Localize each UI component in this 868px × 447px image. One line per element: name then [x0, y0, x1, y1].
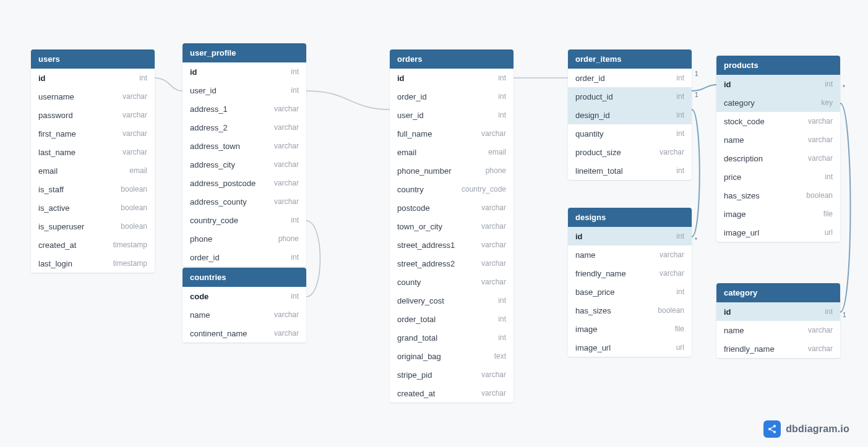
- table-row[interactable]: address_2varchar: [183, 118, 306, 137]
- table-order_items[interactable]: order_itemsorder_idintproduct_idintdesig…: [568, 49, 692, 180]
- field-type: varchar: [481, 203, 506, 212]
- table-row[interactable]: last_namevarchar: [31, 143, 155, 161]
- table-row[interactable]: passwordvarchar: [31, 106, 155, 124]
- field-type: key: [821, 98, 833, 107]
- table-row[interactable]: address_postcodevarchar: [183, 174, 306, 192]
- table-row[interactable]: friendly_namevarchar: [568, 264, 692, 283]
- table-row[interactable]: first_namevarchar: [31, 124, 155, 143]
- table-header[interactable]: user_profile: [183, 43, 306, 62]
- table-row[interactable]: categorykey: [716, 93, 840, 112]
- table-designs[interactable]: designsidintnamevarcharfriendly_namevarc…: [568, 208, 692, 357]
- table-row[interactable]: country_codeint: [183, 211, 306, 229]
- table-row[interactable]: has_sizesboolean: [716, 186, 840, 205]
- table-row[interactable]: descriptionvarchar: [716, 149, 840, 168]
- table-row[interactable]: idint: [716, 75, 840, 93]
- field-name: id: [724, 307, 731, 317]
- table-body: idintnamevarcharfriendly_namevarchar: [716, 302, 840, 358]
- table-row[interactable]: base_priceint: [568, 283, 692, 301]
- table-row[interactable]: usernamevarchar: [31, 87, 155, 106]
- table-row[interactable]: address_cityvarchar: [183, 155, 306, 174]
- diagram-canvas[interactable]: 1 1 * * 1 usersidintusernamevarcharpassw…: [0, 0, 868, 447]
- table-row[interactable]: namevarchar: [716, 321, 840, 339]
- table-row[interactable]: emailemail: [390, 143, 513, 161]
- table-row[interactable]: street_address2varchar: [390, 254, 513, 273]
- field-name: address_2: [190, 123, 228, 132]
- table-row[interactable]: idint: [568, 227, 692, 245]
- table-row[interactable]: countyvarchar: [390, 273, 513, 291]
- table-row[interactable]: namevarchar: [568, 245, 692, 264]
- table-countries[interactable]: countriescodeintnamevarcharcontinent_nam…: [183, 268, 306, 343]
- table-row[interactable]: full_namevarchar: [390, 124, 513, 143]
- table-row[interactable]: imagefile: [568, 320, 692, 338]
- table-row[interactable]: codeint: [183, 287, 306, 305]
- table-row[interactable]: friendly_namevarchar: [716, 339, 840, 358]
- table-row[interactable]: order_totalint: [390, 310, 513, 328]
- table-row[interactable]: imagefile: [716, 205, 840, 223]
- table-row[interactable]: order_idint: [568, 69, 692, 87]
- table-row[interactable]: design_idint: [568, 106, 692, 124]
- field-name: image: [724, 210, 746, 219]
- table-row[interactable]: image_urlurl: [716, 223, 840, 242]
- table-row[interactable]: has_sizesboolean: [568, 301, 692, 320]
- table-row[interactable]: town_or_cityvarchar: [390, 217, 513, 236]
- table-row[interactable]: created_attimestamp: [31, 236, 155, 254]
- table-row[interactable]: namevarchar: [716, 130, 840, 149]
- table-row[interactable]: address_countyvarchar: [183, 192, 306, 211]
- table-row[interactable]: phonephone: [183, 229, 306, 248]
- table-row[interactable]: quantityint: [568, 124, 692, 143]
- field-name: product_size: [575, 148, 621, 157]
- table-row[interactable]: lineitem_totalint: [568, 161, 692, 180]
- table-row[interactable]: original_bagtext: [390, 347, 513, 365]
- table-header[interactable]: products: [716, 56, 840, 75]
- table-header[interactable]: countries: [183, 268, 306, 287]
- table-category[interactable]: categoryidintnamevarcharfriendly_namevar…: [716, 283, 840, 358]
- table-row[interactable]: idint: [31, 69, 155, 87]
- table-row[interactable]: countrycountry_code: [390, 180, 513, 198]
- table-row[interactable]: order_idint: [390, 87, 513, 106]
- branding[interactable]: dbdiagram.io: [763, 420, 849, 438]
- table-header[interactable]: order_items: [568, 49, 692, 69]
- table-row[interactable]: is_superuserboolean: [31, 217, 155, 236]
- table-header[interactable]: designs: [568, 208, 692, 227]
- table-row[interactable]: user_idint: [390, 106, 513, 124]
- table-row[interactable]: phone_numberphone: [390, 161, 513, 180]
- table-row[interactable]: emailemail: [31, 161, 155, 180]
- field-name: image_url: [575, 343, 611, 352]
- field-name: order_id: [397, 92, 427, 101]
- table-row[interactable]: address_1varchar: [183, 100, 306, 118]
- table-row[interactable]: namevarchar: [183, 305, 306, 324]
- field-name: email: [397, 148, 416, 157]
- table-row[interactable]: idint: [390, 69, 513, 87]
- field-name: friendly_name: [575, 269, 626, 278]
- table-users[interactable]: usersidintusernamevarcharpasswordvarchar…: [31, 49, 155, 273]
- table-header[interactable]: users: [31, 49, 155, 69]
- table-row[interactable]: postcodevarchar: [390, 198, 513, 217]
- table-header[interactable]: orders: [390, 49, 513, 69]
- table-row[interactable]: order_idint: [183, 248, 306, 266]
- table-user_profile[interactable]: user_profileidintuser_idintaddress_1varc…: [183, 43, 306, 266]
- field-name: created_at: [38, 241, 76, 250]
- table-row[interactable]: stock_codevarchar: [716, 112, 840, 130]
- table-row[interactable]: idint: [716, 302, 840, 321]
- table-row[interactable]: product_sizevarchar: [568, 143, 692, 161]
- table-row[interactable]: product_idint: [568, 87, 692, 106]
- table-row[interactable]: is_staffboolean: [31, 180, 155, 198]
- table-row[interactable]: user_idint: [183, 81, 306, 100]
- table-header[interactable]: category: [716, 283, 840, 302]
- table-row[interactable]: continent_namevarchar: [183, 324, 306, 343]
- table-orders[interactable]: ordersidintorder_idintuser_idintfull_nam…: [390, 49, 513, 402]
- table-row[interactable]: created_atvarchar: [390, 384, 513, 402]
- table-row[interactable]: stripe_pidvarchar: [390, 365, 513, 384]
- table-row[interactable]: last_logintimestamp: [31, 254, 155, 273]
- table-row[interactable]: idint: [183, 62, 306, 81]
- table-row[interactable]: priceint: [716, 168, 840, 186]
- table-row[interactable]: address_townvarchar: [183, 137, 306, 155]
- field-type: varchar: [481, 129, 506, 138]
- table-products[interactable]: productsidintcategorykeystock_codevarcha…: [716, 56, 840, 242]
- table-row[interactable]: street_address1varchar: [390, 236, 513, 254]
- table-row[interactable]: is_activeboolean: [31, 198, 155, 217]
- field-name: user_id: [397, 111, 424, 120]
- table-row[interactable]: image_urlurl: [568, 338, 692, 357]
- table-row[interactable]: grand_totalint: [390, 328, 513, 347]
- table-row[interactable]: delivery_costint: [390, 291, 513, 310]
